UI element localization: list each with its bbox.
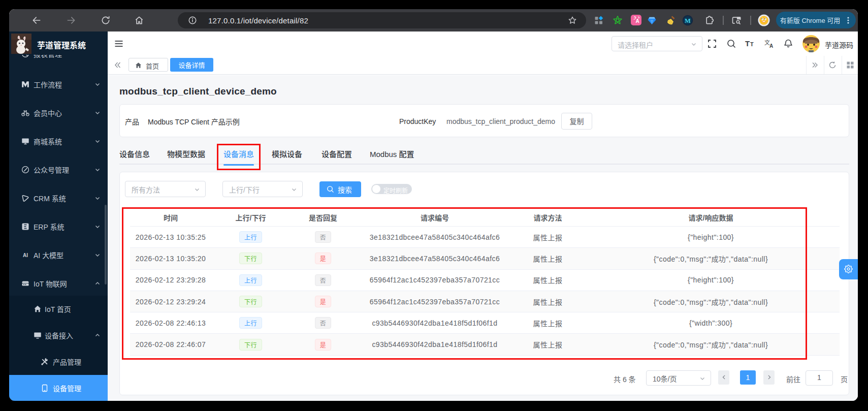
svg-text:AI: AI <box>23 252 28 258</box>
svg-text:A: A <box>635 18 639 24</box>
svg-text:T: T <box>750 41 754 47</box>
svg-text:A: A <box>769 43 773 49</box>
svg-text:T: T <box>745 39 750 48</box>
svg-text:M: M <box>685 17 691 24</box>
